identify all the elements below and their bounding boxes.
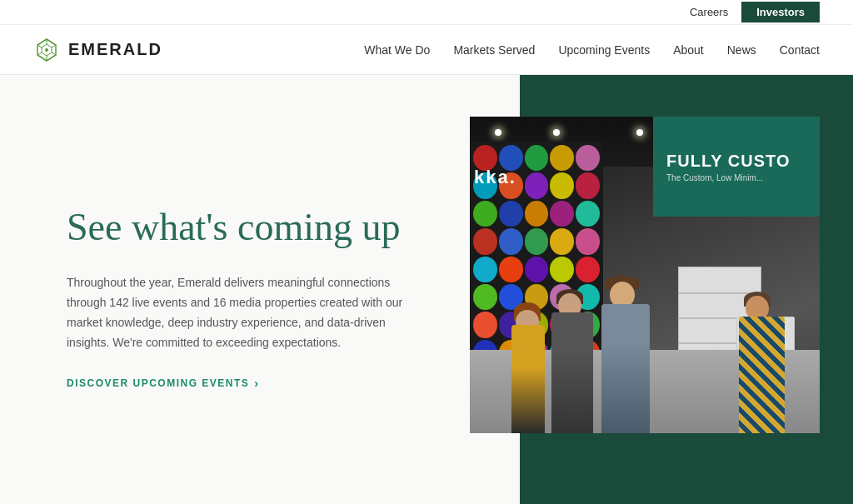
nav-news[interactable]: News bbox=[727, 43, 756, 57]
ceiling-light-3 bbox=[636, 129, 643, 136]
svg-point-8 bbox=[45, 48, 48, 52]
ceiling-light-2 bbox=[553, 129, 560, 136]
nav-about[interactable]: About bbox=[673, 43, 704, 57]
hero-content: See what's coming up Throughout the year… bbox=[67, 206, 450, 389]
attendee-3 bbox=[595, 279, 661, 433]
discover-cta-arrow: › bbox=[254, 377, 259, 390]
logo[interactable]: EMERALD bbox=[33, 37, 162, 63]
hero-title: See what's coming up bbox=[67, 206, 417, 250]
discover-cta[interactable]: DISCOVER UPCOMING EVENTS › bbox=[67, 377, 417, 390]
investors-button[interactable]: Investors bbox=[741, 2, 820, 22]
attendee-4 bbox=[732, 292, 795, 433]
main-nav: EMERALD What We Do Markets Served Upcomi… bbox=[0, 25, 853, 75]
scene-canvas: kka. FULLY CUSTO The Custom, Low Minim..… bbox=[470, 117, 820, 433]
trade-show-image: kka. FULLY CUSTO The Custom, Low Minim..… bbox=[470, 117, 820, 433]
nav-upcoming-events[interactable]: Upcoming Events bbox=[558, 43, 650, 57]
ceiling-light-1 bbox=[495, 129, 501, 136]
careers-link[interactable]: Careers bbox=[690, 6, 728, 18]
discover-cta-label: DISCOVER UPCOMING EVENTS bbox=[67, 377, 249, 389]
hero-description: Throughout the year, Emerald delivers me… bbox=[67, 273, 417, 352]
fully-custom-sign: FULLY CUSTO The Custom, Low Minim... bbox=[653, 117, 820, 217]
logo-text: EMERALD bbox=[68, 40, 162, 59]
sign-subtitle-text: The Custom, Low Minim... bbox=[666, 173, 806, 182]
brand-sign: kka. bbox=[474, 167, 516, 188]
top-utility-bar: Careers Investors bbox=[0, 0, 853, 25]
person1-body bbox=[511, 325, 545, 433]
nav-contact[interactable]: Contact bbox=[780, 43, 820, 57]
hero-section: See what's coming up Throughout the year… bbox=[0, 75, 853, 504]
person3-body bbox=[601, 304, 650, 433]
hero-image-area: kka. FULLY CUSTO The Custom, Low Minim..… bbox=[453, 75, 853, 504]
nav-markets-served[interactable]: Markets Served bbox=[453, 43, 535, 57]
nav-links-container: What We Do Markets Served Upcoming Event… bbox=[364, 43, 820, 57]
people-area bbox=[470, 267, 820, 433]
person2-body bbox=[551, 312, 593, 433]
nav-what-we-do[interactable]: What We Do bbox=[364, 43, 430, 57]
person4-body bbox=[739, 317, 785, 433]
emerald-logo-icon bbox=[33, 37, 60, 63]
sign-title-text: FULLY CUSTO bbox=[666, 152, 806, 170]
